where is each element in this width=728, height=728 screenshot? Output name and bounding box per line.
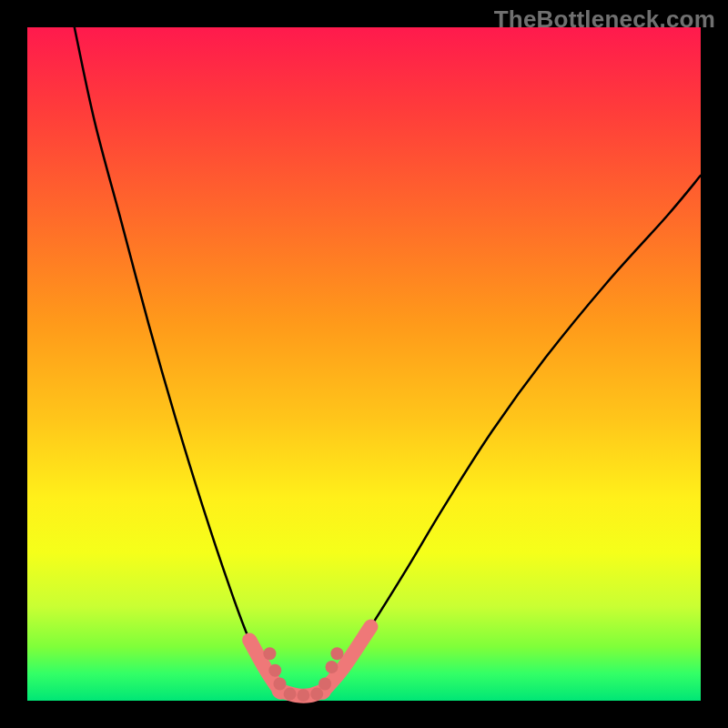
right-bottleneck-curve <box>324 176 701 691</box>
highlight-dot <box>318 678 331 691</box>
left-bottleneck-curve <box>75 27 280 691</box>
curve-layer <box>27 27 701 701</box>
gradient-plot-area <box>27 27 701 701</box>
plateau-segment <box>249 627 370 696</box>
highlight-dot <box>310 688 323 701</box>
highlight-dot <box>297 689 309 702</box>
highlight-dot <box>268 664 281 677</box>
highlight-dot <box>284 688 297 701</box>
chart-frame: TheBottleneck.com <box>0 0 728 728</box>
highlight-dot <box>330 647 343 660</box>
highlight-dot <box>325 661 338 673</box>
highlight-dot <box>263 647 276 660</box>
highlight-dot <box>274 678 287 691</box>
